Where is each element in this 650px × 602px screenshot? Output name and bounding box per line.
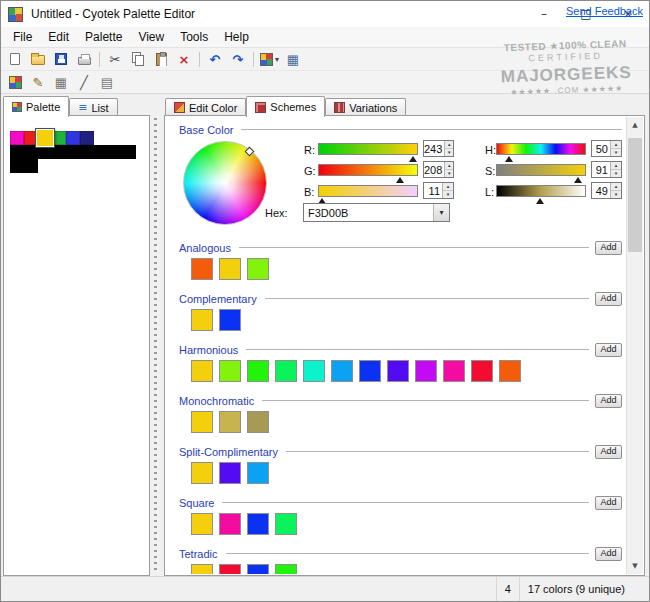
scheme-swatch[interactable] [247,564,269,574]
palette-cell[interactable] [80,131,94,145]
g-spin-up-button[interactable]: ▴ [445,162,453,170]
scheme-swatch[interactable] [219,513,241,535]
l-spin-down-button[interactable]: ▾ [611,191,621,198]
add-harmonious-button[interactable]: Add [595,343,622,357]
palette-cell[interactable] [66,145,80,159]
s-spin-down-button[interactable]: ▾ [611,170,621,177]
add-tetradic-button[interactable]: Add [595,547,622,561]
palette-cell[interactable] [108,145,122,159]
s-spin-up-button[interactable]: ▴ [611,162,621,170]
g-channel-slider[interactable] [318,164,418,176]
scheme-swatch[interactable] [219,564,241,574]
g-spin-down-button[interactable]: ▾ [445,170,453,177]
pencil-button[interactable]: ✎ [27,72,49,92]
menu-help[interactable]: Help [216,28,257,46]
palette-cell[interactable] [94,145,108,159]
palette-cell[interactable] [35,128,55,148]
l-value-spinner[interactable]: 49▴▾ [591,182,622,199]
editor-tab-variations[interactable]: Variations [325,98,406,116]
grid-settings-button[interactable]: ▦ [282,49,304,69]
add-square-button[interactable]: Add [595,496,622,510]
cut-button[interactable]: ✂ [104,49,126,69]
h-slider-marker[interactable] [505,156,513,162]
g-value-spinner[interactable]: 208▴▾ [423,161,454,178]
palette-cell[interactable] [80,145,94,159]
paste-button[interactable] [150,49,172,69]
palette-panel-tab-list[interactable]: ≡List [69,98,117,116]
r-spin-up-button[interactable]: ▴ [445,141,453,149]
scroll-down-button[interactable]: ▼ [627,558,643,574]
eyedropper-button[interactable]: ╱ [73,72,95,92]
table-button[interactable]: ▦ [50,72,72,92]
palette-cell[interactable] [10,131,24,145]
palette-cell[interactable] [10,145,24,159]
schemes-scrollbar[interactable]: ▲ ▼ [626,117,643,574]
send-feedback-link[interactable]: Send Feedback [566,5,643,17]
add-colors-button[interactable] [4,72,26,92]
scheme-swatch[interactable] [191,309,213,331]
scheme-swatch[interactable] [275,513,297,535]
scheme-swatch[interactable] [331,360,353,382]
s-channel-slider[interactable] [496,164,586,176]
delete-button[interactable]: × [173,49,195,69]
menu-tools[interactable]: Tools [172,28,216,46]
scheme-swatch[interactable] [471,360,493,382]
menu-palette[interactable]: Palette [77,28,130,46]
b-spin-up-button[interactable]: ▴ [443,183,453,191]
add-complementary-button[interactable]: Add [595,292,622,306]
scheme-swatch[interactable] [219,360,241,382]
palette-panel-tab-palette[interactable]: Palette [3,96,69,117]
scheme-swatch[interactable] [219,258,241,280]
save-button[interactable] [50,49,72,69]
scheme-swatch[interactable] [415,360,437,382]
splitter[interactable] [154,118,157,574]
new-document-button[interactable] [4,49,26,69]
color-wheel[interactable] [183,141,267,225]
scheme-swatch[interactable] [191,462,213,484]
scheme-swatch[interactable] [247,360,269,382]
palette-dropdown-button[interactable]: ▾ [258,49,281,69]
print-button[interactable] [73,49,95,69]
s-slider-marker[interactable] [574,177,582,183]
h-channel-slider[interactable] [496,143,586,155]
l-spin-up-button[interactable]: ▴ [611,183,621,191]
scheme-swatch[interactable] [275,360,297,382]
r-channel-slider[interactable] [318,143,418,155]
add-analogous-button[interactable]: Add [595,241,622,255]
h-spin-up-button[interactable]: ▴ [611,141,621,149]
l-channel-slider[interactable] [496,185,586,197]
scheme-swatch[interactable] [359,360,381,382]
h-spin-down-button[interactable]: ▾ [611,149,621,156]
scheme-swatch[interactable] [247,462,269,484]
scheme-swatch[interactable] [247,513,269,535]
editor-tab-schemes[interactable]: Schemes [246,96,325,117]
scroll-up-button[interactable]: ▲ [627,117,643,133]
scheme-swatch[interactable] [191,513,213,535]
r-slider-marker[interactable] [409,156,417,162]
r-value-spinner[interactable]: 243▴▾ [423,140,454,157]
g-slider-marker[interactable] [396,177,404,183]
scheme-swatch[interactable] [191,258,213,280]
l-slider-marker[interactable] [536,198,544,204]
palette-cell[interactable] [24,159,38,173]
h-value-spinner[interactable]: 50▴▾ [591,140,622,157]
menu-edit[interactable]: Edit [40,28,77,46]
scheme-swatch[interactable] [275,564,297,574]
s-value-spinner[interactable]: 91▴▾ [591,161,622,178]
hex-input[interactable]: F3D00B ▾ [303,203,450,222]
scheme-swatch[interactable] [219,462,241,484]
scroll-thumb[interactable] [628,138,642,252]
scheme-swatch[interactable] [191,411,213,433]
b-spin-down-button[interactable]: ▾ [443,191,453,198]
scheme-swatch[interactable] [387,360,409,382]
scheme-swatch[interactable] [247,411,269,433]
menu-view[interactable]: View [130,28,172,46]
redo-button[interactable]: ↷ [227,49,249,69]
menu-file[interactable]: File [5,28,40,46]
undo-button[interactable]: ↶ [204,49,226,69]
scheme-swatch[interactable] [247,258,269,280]
b-value-spinner[interactable]: 11▴▾ [423,182,454,199]
scheme-swatch[interactable] [303,360,325,382]
scheme-swatch[interactable] [499,360,521,382]
add-monochromatic-button[interactable]: Add [595,394,622,408]
